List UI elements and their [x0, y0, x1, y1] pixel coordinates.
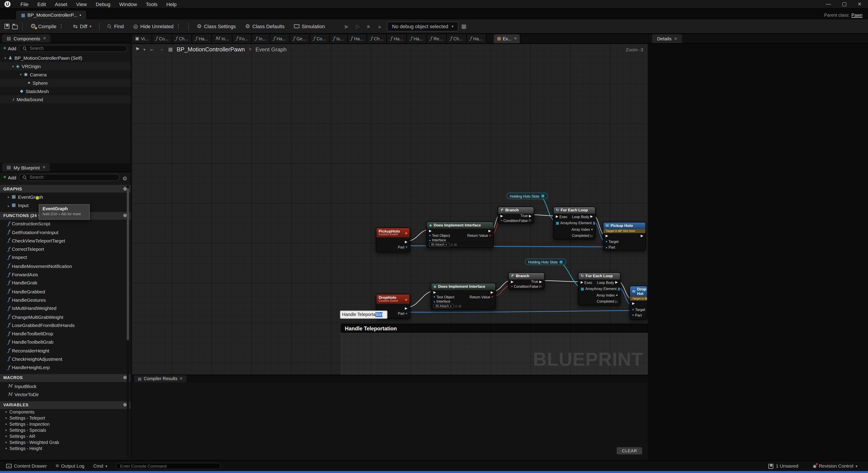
function-item[interactable]: Inspect	[0, 253, 131, 262]
my-blueprint-scrollbar[interactable]	[127, 185, 129, 458]
node-pickup-holo-call[interactable]: Pickup Holo Target is BP Slot Holo Targe…	[603, 222, 646, 251]
expander-icon[interactable]	[6, 428, 7, 433]
exec-out-pin[interactable]	[491, 290, 493, 294]
function-item[interactable]: ChangeMultiGrabWeight	[0, 313, 131, 321]
close-icon[interactable]	[43, 36, 46, 41]
false-pin[interactable]	[539, 285, 542, 288]
close-icon[interactable]	[674, 36, 677, 41]
close-icon[interactable]	[858, 1, 862, 7]
exec-in-pin[interactable]	[433, 290, 436, 294]
revision-control-button[interactable]: Revision Control	[810, 463, 860, 469]
condition-pin[interactable]	[500, 219, 502, 222]
exec-out-pin[interactable]	[641, 234, 643, 238]
menu-file[interactable]: File	[16, 1, 33, 7]
exec-in-pin[interactable]	[511, 280, 514, 283]
graph-tab[interactable]: Vi...	[132, 34, 152, 43]
expander-icon[interactable]	[8, 203, 9, 208]
node-branch[interactable]: Branch True ConditionFalse	[508, 272, 545, 289]
play-icon[interactable]: ▶	[343, 24, 351, 29]
variable-category[interactable]: Settings - Teleport	[0, 415, 131, 421]
parent-class-link[interactable]: Pawn	[851, 12, 862, 18]
macro-item[interactable]: VectorToDir	[0, 390, 131, 399]
browse-asset-icon[interactable]	[454, 243, 457, 247]
comment-rename-input[interactable]: Handle Teleportation	[340, 311, 388, 319]
variable-category[interactable]: Settings - Specials	[0, 427, 131, 433]
graph-tab[interactable]: Ch...	[367, 34, 387, 43]
use-asset-icon[interactable]	[455, 305, 457, 308]
function-item[interactable]: CheckHeightAdjustment	[0, 355, 131, 364]
interface-select[interactable]: BI Attach	[429, 243, 449, 247]
hide-unrelated-options-icon[interactable]	[176, 24, 181, 29]
browse-asset-icon[interactable]	[459, 305, 461, 308]
target-pin[interactable]	[606, 240, 608, 243]
interface-pin[interactable]	[433, 300, 435, 303]
menu-edit[interactable]: Edit	[33, 1, 50, 7]
graph-tab[interactable]: Ch...	[172, 34, 192, 43]
details-tab[interactable]: Details	[652, 34, 682, 43]
graph-tab[interactable]: Ha...	[347, 34, 367, 43]
return-value-pin[interactable]	[491, 295, 493, 299]
part-pin[interactable]	[632, 313, 634, 317]
variables-section-header[interactable]: VARIABLES	[0, 401, 131, 409]
function-item[interactable]: HandleToolbeltGrab	[0, 338, 131, 347]
menu-help[interactable]: Help	[162, 1, 181, 7]
graph-tab[interactable]: Fo...	[232, 34, 252, 43]
completed-pin[interactable]	[590, 234, 593, 238]
graph-tab[interactable]: Ha...	[407, 34, 427, 43]
console-command-field[interactable]	[116, 463, 221, 469]
compile-options-icon[interactable]	[59, 24, 64, 29]
false-pin[interactable]	[529, 219, 531, 222]
output-log-button[interactable]: Output Log	[53, 463, 87, 469]
part-pin[interactable]	[405, 312, 407, 315]
add-blueprint-item-button[interactable]: Add	[3, 175, 16, 180]
function-item[interactable]: HandleGestures	[0, 296, 131, 304]
tree-row[interactable]: VROrigin	[0, 62, 131, 70]
clear-button[interactable]: CLEAR	[617, 447, 642, 454]
chevron-down-icon[interactable]	[143, 46, 145, 52]
true-pin[interactable]	[529, 214, 531, 218]
debug-object-select[interactable]: No debug object selected	[387, 22, 459, 31]
use-asset-icon[interactable]	[450, 243, 453, 247]
function-item[interactable]: CheckViewTeleportTarget	[0, 236, 131, 245]
array-index-pin[interactable]	[591, 228, 593, 231]
content-drawer-button[interactable]: Content Drawer	[3, 463, 50, 469]
close-icon[interactable]	[42, 165, 45, 170]
bookmark-icon[interactable]	[135, 46, 140, 52]
node-holding-holo-slots-getter[interactable]: Holding Holo Slots	[506, 193, 548, 199]
compiler-results-tab[interactable]: Compiler Results	[134, 375, 186, 382]
function-item[interactable]: HandleMovementNotification	[0, 262, 131, 271]
menu-asset[interactable]: Asset	[51, 1, 72, 7]
return-value-pin[interactable]	[489, 234, 491, 237]
graph-tab-event-graph[interactable]: Ev...	[494, 34, 521, 43]
add-component-button[interactable]: Add	[3, 46, 16, 52]
save-icon[interactable]	[4, 24, 9, 29]
exec-in-pin[interactable]	[429, 229, 431, 232]
loop-body-pin[interactable]	[590, 215, 593, 218]
array-pin[interactable]	[541, 194, 545, 198]
variable-category[interactable]: Settings - Inspection	[0, 421, 131, 427]
exec-in-pin[interactable]	[606, 234, 608, 238]
interface-pin[interactable]	[429, 239, 431, 242]
expander-icon[interactable]	[6, 440, 7, 445]
close-icon[interactable]	[180, 376, 183, 381]
variable-category[interactable]: Settings - Weighted Grab	[0, 439, 131, 445]
array-pin[interactable]	[556, 221, 559, 225]
array-element-pin[interactable]	[593, 221, 596, 225]
condition-pin[interactable]	[511, 285, 513, 288]
class-defaults-button[interactable]: Class Defaults	[242, 22, 288, 31]
browse-debug-icon[interactable]	[461, 24, 467, 29]
array-index-pin[interactable]	[616, 293, 618, 297]
components-search-input[interactable]	[30, 46, 124, 51]
graph-tab[interactable]: Ha...	[192, 34, 212, 43]
expander-icon[interactable]	[20, 72, 22, 77]
graph-tab[interactable]: Ha...	[467, 34, 487, 43]
menu-window[interactable]: Window	[115, 1, 141, 7]
true-pin[interactable]	[539, 280, 542, 283]
node-for-each-loop[interactable]: For Each Loop ExecLoop Body ArrayArray E…	[578, 272, 621, 305]
loop-body-pin[interactable]	[615, 281, 618, 284]
interface-select[interactable]: BI Attach	[433, 304, 454, 309]
node-branch[interactable]: Branch True ConditionFalse	[498, 207, 534, 223]
node-pickupholo-event[interactable]: PickupHoloCustom Event Part	[376, 227, 410, 252]
function-item[interactable]: HandleToolbeltDrop	[0, 329, 131, 338]
simulation-button[interactable]: Simulation	[290, 22, 328, 31]
